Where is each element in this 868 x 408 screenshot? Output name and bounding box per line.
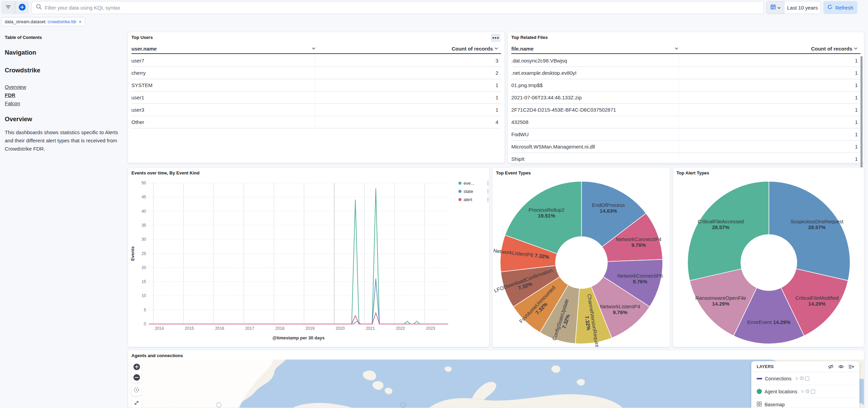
panel-title: Top Users: [131, 35, 153, 40]
column-sort-chevron-icon[interactable]: [312, 47, 316, 50]
table-row[interactable]: FodWU1: [511, 128, 860, 141]
cell-count[interactable]: 1: [820, 131, 860, 137]
cell-name[interactable]: 432508: [511, 119, 820, 125]
donut-slice-SuspiciousDnsRequest[interactable]: [769, 181, 850, 281]
legend-actions-icon[interactable]: [487, 181, 488, 185]
cell-name[interactable]: 01.png.tmp$$: [511, 82, 820, 88]
zoom-out-button[interactable]: [133, 374, 140, 381]
table-row[interactable]: .dat.nosync2c98.VBwjsq1: [511, 55, 860, 67]
svg-text:10: 10: [142, 293, 146, 298]
saved-filters-button[interactable]: [1, 1, 15, 14]
table-row[interactable]: user31: [131, 104, 501, 116]
cell-count[interactable]: 1: [820, 119, 860, 125]
remove-filter-icon[interactable]: ×: [79, 19, 82, 25]
layer-time-icon[interactable]: [800, 376, 804, 382]
cell-count[interactable]: 4: [460, 119, 501, 125]
layer-row-agent-locations[interactable]: Agent locations: [751, 385, 859, 398]
table-row[interactable]: ShipIt1: [511, 153, 860, 165]
legend-item-state[interactable]: state: [458, 189, 488, 194]
cell-name[interactable]: user3: [131, 107, 460, 113]
add-filter-button[interactable]: [15, 1, 29, 14]
column-sort-chevron-icon[interactable]: [854, 47, 858, 50]
cell-count[interactable]: 1: [820, 70, 860, 76]
layer-row-basemap[interactable]: Basemap: [751, 398, 859, 408]
legend-item-alert[interactable]: alert: [458, 197, 488, 202]
panel-options-button[interactable]: [491, 34, 500, 42]
layer-row-connections[interactable]: Connections: [751, 372, 859, 385]
cell-count[interactable]: 1: [820, 156, 860, 162]
legend-actions-icon[interactable]: [487, 189, 488, 194]
slice-label: ErrorEvent 14.29%: [747, 319, 791, 325]
zoom-in-button[interactable]: [133, 364, 140, 370]
table-row[interactable]: 2021-07-06T23:44:46.133Z.zip1: [511, 92, 860, 104]
column-header-file-name[interactable]: file.name: [511, 46, 533, 52]
time-range-value[interactable]: Last 10 years: [784, 5, 821, 11]
cell-name[interactable]: ShipIt: [511, 156, 820, 162]
column-sort-chevron-icon[interactable]: [674, 47, 679, 50]
layer-filter-icon[interactable]: [801, 389, 804, 395]
x-axis-title: @timestamp per 30 days: [272, 335, 325, 340]
cell-count[interactable]: 1: [820, 107, 860, 113]
table-row[interactable]: Microsoft.WSMan.Management.ni.dll1: [511, 141, 860, 153]
toc-link-fdr[interactable]: FDR: [5, 91, 122, 99]
top-users-panel: Top Users user.name Count of records use…: [128, 32, 505, 163]
show-all-layers-icon[interactable]: [838, 364, 844, 369]
cell-name[interactable]: user7: [131, 58, 460, 64]
svg-text:2017: 2017: [245, 326, 254, 331]
cell-count[interactable]: 1: [460, 107, 501, 113]
map-canvas[interactable]: LAYERS Connections: [128, 360, 864, 408]
map-zoom-controls: [131, 362, 142, 383]
cell-count[interactable]: 1: [820, 82, 860, 88]
layer-checkbox[interactable]: [805, 377, 809, 381]
cell-count[interactable]: 1: [460, 95, 501, 100]
cell-count[interactable]: 2: [460, 70, 501, 76]
cell-name[interactable]: Other: [131, 119, 460, 125]
table-row[interactable]: SYSTEM1: [131, 79, 501, 92]
table-row[interactable]: user73: [131, 55, 501, 67]
donut-slice-CriticalFileAccessed[interactable]: [688, 181, 769, 281]
table-row[interactable]: 4325081: [511, 116, 860, 128]
cell-name[interactable]: cherry: [131, 70, 460, 76]
column-header-user-name[interactable]: user.name: [131, 46, 157, 52]
table-row[interactable]: 2F71C2D4-D215-453E-BF4C-D6C0375028711: [511, 104, 860, 116]
refresh-button[interactable]: Refresh: [823, 1, 857, 14]
cell-name[interactable]: Microsoft.WSMan.Management.ni.dll: [511, 144, 820, 150]
filter-pill-datastream[interactable]: data_stream.dataset: crowdstrike.fdr ×: [1, 17, 85, 26]
cell-name[interactable]: .dat.nosync2c98.VBwjsq: [511, 58, 820, 64]
cell-name[interactable]: .net.example.desktop.ev80yI: [511, 70, 820, 76]
column-header-count[interactable]: Count of records: [452, 46, 493, 52]
toc-link-overview[interactable]: Overview: [5, 83, 122, 91]
table-row[interactable]: user11: [131, 92, 501, 104]
table-row[interactable]: Other4: [131, 116, 501, 128]
table-row[interactable]: .net.example.desktop.ev80yI1: [511, 67, 860, 79]
kql-search-input[interactable]: Filter your data using KQL syntax: [31, 1, 764, 14]
table-row[interactable]: 01.png.tmp$$1: [511, 79, 860, 92]
collapse-legend-icon[interactable]: [849, 364, 854, 369]
set-view-button[interactable]: [131, 385, 142, 396]
svg-text:30: 30: [142, 237, 146, 242]
cell-count[interactable]: 1: [820, 144, 860, 150]
cell-name[interactable]: SYSTEM: [131, 82, 460, 88]
cell-count[interactable]: 1: [460, 82, 501, 88]
toc-link-falcon[interactable]: Falcon: [5, 99, 122, 108]
layer-filter-icon[interactable]: [795, 376, 798, 382]
column-sort-chevron-icon[interactable]: [494, 47, 498, 50]
cell-name[interactable]: user1: [131, 95, 460, 100]
fit-to-data-button[interactable]: [131, 398, 142, 408]
cell-name[interactable]: 2F71C2D4-D215-453E-BF4C-D6C037502871: [511, 107, 820, 113]
table-scrollbar[interactable]: [860, 56, 863, 169]
cell-count[interactable]: 1: [820, 95, 860, 100]
layer-checkbox[interactable]: [811, 390, 815, 394]
cell-name[interactable]: FodWU: [511, 131, 820, 137]
cell-name[interactable]: 2021-07-06T23:44:46.133Z.zip: [511, 95, 820, 100]
calendar-button[interactable]: [767, 1, 784, 14]
legend-item-eve[interactable]: eve...: [458, 181, 488, 186]
layer-time-icon[interactable]: [806, 389, 810, 395]
search-icon: [36, 4, 42, 11]
legend-actions-icon[interactable]: [487, 197, 488, 202]
cell-count[interactable]: 3: [460, 58, 501, 64]
table-row[interactable]: cherry2: [131, 67, 501, 79]
cell-count[interactable]: 1: [820, 58, 860, 64]
hide-all-layers-icon[interactable]: [828, 364, 834, 369]
column-header-count[interactable]: Count of records: [811, 46, 852, 52]
